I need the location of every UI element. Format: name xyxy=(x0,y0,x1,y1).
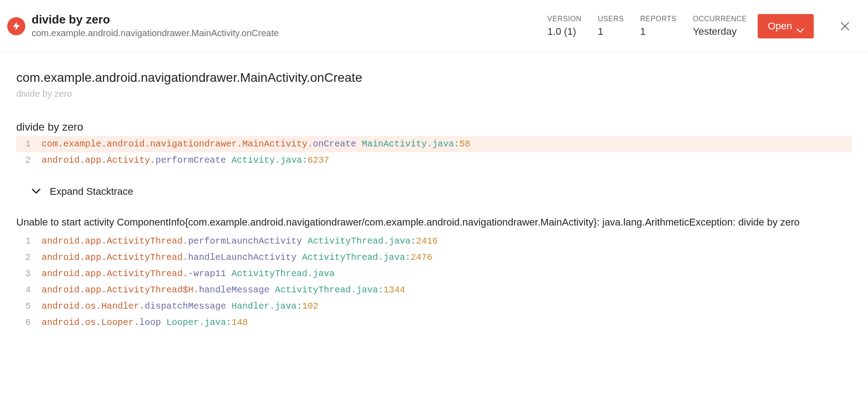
section-subtitle: divide by zero xyxy=(16,89,852,99)
stackframe-row[interactable]: 3android.app.ActivityThread.-wrap11 Acti… xyxy=(16,266,852,282)
chevron-down-icon xyxy=(32,188,41,196)
stackframe-code: android.app.ActivityThread.handleLaunchA… xyxy=(42,250,432,265)
stackframe-index: 4 xyxy=(16,283,42,297)
stat-label: OCCURRENCE xyxy=(693,14,747,23)
stackframe-code: android.app.ActivityThread.-wrap11 Activ… xyxy=(42,267,335,281)
issue-content: com.example.android.navigationdrawer.Mai… xyxy=(0,52,868,349)
open-button[interactable]: Open xyxy=(758,14,814,38)
issue-stats: VERSION 1.0 (1) USERS 1 REPORTS 1 OCCURR… xyxy=(547,14,747,38)
stackframe-code: android.os.Looper.loop Looper.java:148 xyxy=(42,315,248,330)
stacktrace-list: 1com.example.android.navigationdrawer.Ma… xyxy=(16,136,852,169)
stackframe-index: 6 xyxy=(16,315,42,330)
section-title: com.example.android.navigationdrawer.Mai… xyxy=(16,71,852,85)
stackframe-code: android.app.ActivityThread$H.handleMessa… xyxy=(42,283,405,297)
stackframe-row[interactable]: 4android.app.ActivityThread$H.handleMess… xyxy=(16,282,852,298)
stat-label: VERSION xyxy=(547,14,582,23)
crash-icon xyxy=(7,17,25,35)
stackframe-row[interactable]: 1com.example.android.navigationdrawer.Ma… xyxy=(16,136,852,152)
issue-title-block: divide by zero com.example.android.navig… xyxy=(32,13,279,39)
stackframe-row[interactable]: 2android.app.Activity.performCreate Acti… xyxy=(16,152,852,169)
stat-label: USERS xyxy=(598,14,624,23)
stackframe-index: 1 xyxy=(16,137,42,151)
stat-users: USERS 1 xyxy=(598,14,624,38)
stackframe-code: com.example.android.navigationdrawer.Mai… xyxy=(42,137,470,151)
stat-reports: REPORTS 1 xyxy=(640,14,677,38)
expand-stacktrace-button[interactable]: Expand Stacktrace xyxy=(16,186,852,197)
stat-occurrence: OCCURRENCE Yesterday xyxy=(693,14,747,38)
stackframe-index: 2 xyxy=(16,250,42,265)
stat-value: Yesterday xyxy=(693,26,747,38)
stat-version: VERSION 1.0 (1) xyxy=(547,14,582,38)
stackframe-index: 5 xyxy=(16,299,42,314)
stat-value: 1 xyxy=(598,26,624,38)
issue-title: divide by zero xyxy=(32,13,279,27)
issue-subtitle: com.example.android.navigationdrawer.Mai… xyxy=(32,27,279,39)
open-button-label: Open xyxy=(768,20,792,32)
expand-stacktrace-label: Expand Stacktrace xyxy=(50,186,133,197)
issue-header: divide by zero com.example.android.navig… xyxy=(0,0,868,52)
stackframe-index: 2 xyxy=(16,153,42,168)
chevron-down-icon xyxy=(797,24,804,28)
close-icon[interactable] xyxy=(838,19,852,33)
stacktrace-list: 1android.app.ActivityThread.performLaunc… xyxy=(16,233,852,331)
stat-label: REPORTS xyxy=(640,14,677,23)
stat-value: 1.0 (1) xyxy=(547,26,582,38)
exception-message: Unable to start activity ComponentInfo{c… xyxy=(16,215,852,230)
stackframe-index: 1 xyxy=(16,234,42,249)
stackframe-row[interactable]: 1android.app.ActivityThread.performLaunc… xyxy=(16,233,852,249)
stackframe-row[interactable]: 2android.app.ActivityThread.handleLaunch… xyxy=(16,249,852,266)
stackframe-row[interactable]: 6android.os.Looper.loop Looper.java:148 xyxy=(16,315,852,331)
stackframe-row[interactable]: 5android.os.Handler.dispatchMessage Hand… xyxy=(16,298,852,315)
exception-name: divide by zero xyxy=(16,121,852,133)
stackframe-code: android.app.ActivityThread.performLaunch… xyxy=(42,234,438,249)
stackframe-index: 3 xyxy=(16,267,42,281)
stat-value: 1 xyxy=(640,26,677,38)
stackframe-code: android.os.Handler.dispatchMessage Handl… xyxy=(42,299,318,314)
stackframe-code: android.app.Activity.performCreate Activ… xyxy=(42,153,329,168)
